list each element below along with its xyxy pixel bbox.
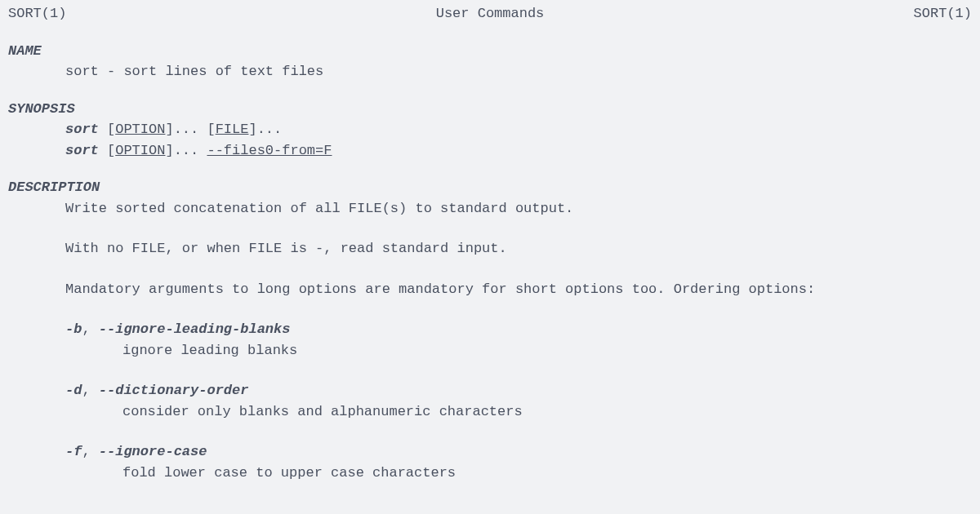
synopsis-text: ]... (165, 143, 207, 158)
option-long-flag: --ignore-leading-blanks (99, 321, 291, 337)
option-flags: -b, --ignore-leading-blanks (65, 319, 972, 340)
man-page: SORT(1) User Commands SORT(1) NAME sort … (0, 0, 980, 514)
option-short-flag: -d (65, 383, 82, 398)
option-long-flag: --ignore-case (99, 444, 207, 459)
synopsis-text: [ (99, 122, 115, 137)
name-text: sort - sort lines of text files (65, 61, 972, 82)
synopsis-line-1: sort [OPTION]... [FILE]... (65, 119, 972, 140)
section-head-synopsis: SYNOPSIS (8, 99, 972, 120)
option-sep: , (82, 383, 98, 398)
man-page-header: SORT(1) User Commands SORT(1) (8, 3, 972, 24)
synopsis-cmd: sort (65, 143, 99, 158)
synopsis-arg: --files0-from=F (207, 143, 332, 158)
option-block: -b, --ignore-leading-blanks ignore leadi… (8, 319, 972, 361)
synopsis-arg: OPTION (115, 122, 165, 137)
option-flags: -d, --dictionary-order (65, 380, 972, 401)
synopsis-line-2: sort [OPTION]... --files0-from=F (65, 140, 972, 162)
option-block: -d, --dictionary-order consider only bla… (8, 380, 972, 422)
option-description: consider only blanks and alphanumeric ch… (122, 401, 972, 423)
synopsis-text: [ (99, 143, 115, 158)
synopsis-cmd: sort (65, 122, 99, 137)
description-para: Write sorted concatenation of all FILE(s… (65, 198, 972, 219)
option-long-flag: --dictionary-order (99, 383, 249, 398)
section-head-name: NAME (8, 41, 972, 62)
option-block: -f, --ignore-case fold lower case to upp… (8, 441, 972, 483)
header-center: User Commands (436, 3, 545, 24)
header-left: SORT(1) (8, 3, 66, 24)
synopsis-text: ]... [ (165, 122, 215, 137)
synopsis-arg: FILE (216, 122, 249, 137)
description-para: Mandatory arguments to long options are … (65, 279, 972, 300)
header-right: SORT(1) (914, 3, 972, 24)
option-short-flag: -b (65, 321, 82, 337)
description-para: With no FILE, or when FILE is -, read st… (65, 238, 972, 259)
synopsis-text: ]... (248, 122, 282, 137)
option-flags: -f, --ignore-case (65, 441, 972, 463)
synopsis-arg: OPTION (115, 143, 165, 158)
option-sep: , (82, 444, 98, 459)
option-sep: , (82, 321, 98, 337)
option-short-flag: -f (65, 444, 82, 459)
section-head-description: DESCRIPTION (8, 177, 972, 198)
option-description: fold lower case to upper case characters (122, 463, 972, 484)
option-description: ignore leading blanks (122, 340, 972, 361)
